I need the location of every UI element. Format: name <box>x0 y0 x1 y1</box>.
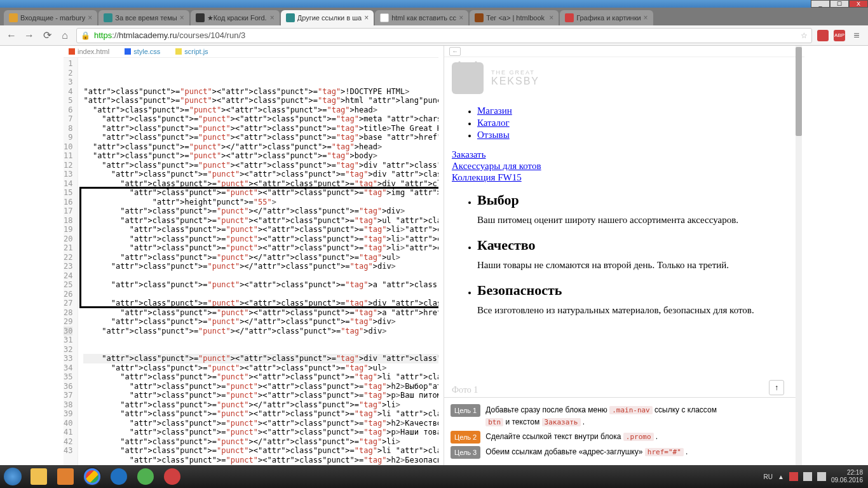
favicon-icon <box>565 13 574 22</box>
browser-tab[interactable]: Тег <a> | htmlbook× <box>470 10 559 25</box>
tray-arrow-icon[interactable]: ▲ <box>778 473 784 480</box>
code-lines[interactable]: "attr">class"punct">="punct"><"attr">cla… <box>78 58 438 465</box>
window-titlebar: _ ☐ X <box>0 0 868 8</box>
nav-forward-button[interactable]: → <box>23 29 36 42</box>
ie-icon <box>111 468 127 485</box>
goal-text: Сделайте ссылкой текст внутри блока .pro… <box>485 431 658 443</box>
tab-close-icon[interactable]: × <box>549 13 553 22</box>
browser-tab[interactable]: За все время темы× <box>98 10 189 25</box>
browser-tab[interactable]: Входящие - marbury× <box>4 10 97 25</box>
preview-pane: ← ≡ THE GREAT KEKSBY Магазин Каталог Отз… <box>444 46 804 465</box>
windows-orb-icon <box>4 468 22 485</box>
taskbar-app[interactable] <box>25 465 52 488</box>
nav-link[interactable]: Каталог <box>477 118 510 128</box>
preview-nav-list: Магазин Каталог Отзывы <box>452 105 797 140</box>
start-button[interactable] <box>0 465 25 488</box>
list-item: Каталог <box>477 118 797 128</box>
file-tab-html[interactable]: index.html <box>69 46 109 57</box>
preview-scrollbar-thumb[interactable] <box>796 47 802 136</box>
nav-link[interactable]: Отзывы <box>477 130 510 140</box>
tray-volume-icon[interactable] <box>817 472 826 481</box>
taskbar-app[interactable] <box>132 465 159 488</box>
bookmark-star-icon[interactable]: ☆ <box>801 31 808 40</box>
favicon-icon <box>380 13 389 22</box>
file-tab-label: style.css <box>133 48 160 55</box>
goal-text: Добавьте сразу после блока меню .main-na… <box>485 404 717 428</box>
extension-icon[interactable] <box>817 30 829 41</box>
tray-flag-icon[interactable] <box>789 472 798 481</box>
tab-close-icon[interactable]: × <box>180 13 184 22</box>
tray-lang[interactable]: RU <box>764 473 773 480</box>
tray-clock[interactable]: 22:18 09.06.2016 <box>831 469 863 484</box>
file-tab-js[interactable]: script.js <box>175 46 208 57</box>
nav-reload-button[interactable]: ⟳ <box>41 29 53 42</box>
chrome-icon <box>84 468 100 485</box>
file-tab-css[interactable]: style.css <box>125 46 160 57</box>
browser-tab[interactable]: ★Код краски Ford.× <box>191 10 280 25</box>
window-close[interactable]: X <box>849 0 868 8</box>
code-editor[interactable]: 1234567891011121314151617181920212223242… <box>64 57 438 465</box>
goal-row: Цель 2 Сделайте ссылкой текст внутри бло… <box>451 431 789 444</box>
tab-close-icon[interactable]: × <box>364 13 369 22</box>
goal-badge: Цель 1 <box>451 404 480 417</box>
list-item: Магазин <box>477 105 797 116</box>
preview-links: Заказать Аксессуары для котов Коллекция … <box>452 149 797 183</box>
scroll-up-button[interactable]: ↑ <box>769 380 784 395</box>
tab-close-icon[interactable]: × <box>270 13 275 22</box>
taskbar-app[interactable] <box>159 465 186 488</box>
abp-extension-icon[interactable]: ABP <box>834 30 845 41</box>
opera-icon <box>164 468 180 485</box>
file-tab-strip: index.html style.css script.js <box>64 46 438 57</box>
browser-tab-strip: Входящие - marbury× За все время темы× ★… <box>0 8 868 25</box>
window-minimize[interactable]: _ <box>811 0 830 8</box>
tab-title: За все время темы <box>115 14 177 22</box>
browser-tab[interactable]: html как вставить сс× <box>375 10 468 25</box>
promo-link[interactable]: Аксессуары для котов <box>452 161 541 171</box>
favicon-icon <box>286 13 295 22</box>
nav-back-button[interactable]: ← <box>5 29 18 42</box>
goal-badge: Цель 2 <box>451 431 480 444</box>
browser-tab[interactable]: Графика и картинки× <box>560 10 653 25</box>
clock-date: 09.06.2016 <box>831 477 863 484</box>
tray-network-icon[interactable] <box>803 472 812 481</box>
tab-close-icon[interactable]: × <box>459 13 463 22</box>
tab-title: html как вставить сс <box>391 14 456 22</box>
html-file-icon <box>69 48 75 55</box>
taskbar: RU ▲ 22:18 09.06.2016 <box>0 465 868 488</box>
url-text: https://htmlacademy.ru/courses/104/run/3 <box>94 30 245 40</box>
goals-panel: Фото 1 ↑ Цель 1 Добавьте сразу после бло… <box>444 397 796 465</box>
explorer-icon <box>31 468 47 485</box>
browser-menu-icon[interactable]: ≡ <box>850 29 863 42</box>
js-file-icon <box>175 48 182 55</box>
favicon-icon <box>9 13 18 22</box>
keksby-logo-icon <box>452 62 484 94</box>
line-gutter: 1234567891011121314151617181920212223242… <box>64 58 78 465</box>
goal-badge: Цель 3 <box>451 446 480 459</box>
tab-title: Другие ссылки в ша <box>297 14 362 22</box>
preview-back-icon[interactable]: ← <box>449 47 461 56</box>
url-input[interactable]: 🔒 https://htmlacademy.ru/courses/104/run… <box>76 28 812 43</box>
css-file-icon <box>125 48 131 55</box>
taskbar-app-active[interactable] <box>79 465 105 488</box>
order-link[interactable]: Заказать <box>452 149 485 159</box>
feature-heading: Выбор <box>477 192 797 208</box>
browser-tab-active[interactable]: Другие ссылки в ша× <box>281 10 374 25</box>
feature-text: Наши товары не сломаются на второй день.… <box>477 260 797 271</box>
keksby-header: THE GREAT KEKSBY <box>452 62 797 94</box>
taskbar-app[interactable] <box>105 465 132 488</box>
feature-heading: Безопасность <box>477 282 797 299</box>
utorrent-icon <box>137 468 154 485</box>
taskbar-app[interactable] <box>52 465 79 488</box>
nav-home-button[interactable]: ⌂ <box>58 29 71 42</box>
keksby-brand: THE GREAT KEKSBY <box>491 69 539 87</box>
tab-close-icon[interactable]: × <box>644 13 648 22</box>
promo-link[interactable]: Коллекция FW15 <box>452 172 522 182</box>
media-player-icon <box>57 468 74 485</box>
clock-time: 22:18 <box>831 469 863 477</box>
nav-link[interactable]: Магазин <box>477 105 512 116</box>
window-maximize[interactable]: ☐ <box>830 0 849 8</box>
tab-close-icon[interactable]: × <box>88 13 92 22</box>
features-list: Выбор Ваш питомец оценит широту нашего а… <box>452 192 797 316</box>
tab-title: Графика и картинки <box>576 14 641 22</box>
faded-text: Фото 1 <box>452 385 478 395</box>
